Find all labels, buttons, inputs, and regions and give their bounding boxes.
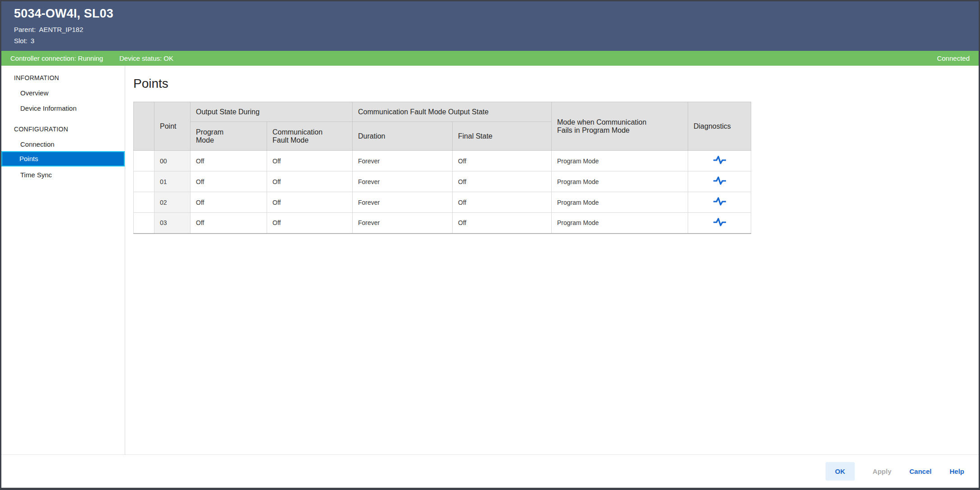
communication-fault-mode-cell[interactable]: Off bbox=[267, 192, 353, 213]
group-header-output-state-during: Output State During bbox=[191, 102, 353, 122]
slot-label: Slot: bbox=[14, 37, 27, 45]
window-title: 5034-OW4I, SL03 bbox=[14, 7, 968, 21]
diagnostics-cell[interactable] bbox=[688, 151, 751, 171]
parent-line: Parent:AENTR_IP182 bbox=[14, 24, 968, 35]
duration-cell[interactable]: Forever bbox=[353, 192, 453, 213]
mode-when-comm-fails-cell[interactable]: Program Mode bbox=[552, 192, 688, 213]
column-header-program-mode: Program Mode bbox=[191, 122, 267, 151]
table-row-point-00: 00 Off Off Forever Off Program Mode bbox=[134, 151, 751, 171]
point-number-cell: 03 bbox=[154, 213, 191, 234]
column-header-point: Point bbox=[154, 102, 191, 151]
mode-when-comm-fails-cell[interactable]: Program Mode bbox=[552, 171, 688, 192]
duration-cell[interactable]: Forever bbox=[353, 213, 453, 234]
sidebar-section-title-configuration: CONFIGURATION bbox=[1, 121, 125, 136]
pulse-waveform-icon[interactable] bbox=[712, 217, 727, 229]
ok-button[interactable]: OK bbox=[826, 462, 855, 481]
point-number-cell: 01 bbox=[154, 171, 191, 192]
sidebar-item-time-sync[interactable]: Time Sync bbox=[1, 166, 125, 182]
program-mode-cell[interactable]: Off bbox=[191, 213, 267, 234]
device-profile-window: 5034-OW4I, SL03 Parent:AENTR_IP182 Slot:… bbox=[0, 0, 980, 490]
slot-value: 3 bbox=[31, 37, 34, 45]
diagnostics-cell[interactable] bbox=[688, 213, 751, 234]
sidebar-item-overview[interactable]: Overview bbox=[1, 85, 125, 100]
cancel-button[interactable]: Cancel bbox=[909, 468, 931, 475]
duration-cell[interactable]: Forever bbox=[353, 151, 453, 171]
main-content: Points Point Output State During Communi… bbox=[125, 66, 979, 454]
table-row-point-01: 01 Off Off Forever Off Program Mode bbox=[134, 171, 751, 192]
sidebar-section-configuration: CONFIGURATION Connection Points Time Syn… bbox=[1, 121, 125, 182]
sidebar-nav: INFORMATION Overview Device Information … bbox=[1, 66, 125, 454]
sidebar-section-information: INFORMATION Overview Device Information bbox=[1, 70, 125, 115]
slot-line: Slot:3 bbox=[14, 35, 968, 46]
row-selector-cell[interactable] bbox=[134, 213, 154, 234]
page-title: Points bbox=[133, 76, 979, 91]
dialog-footer: OK Apply Cancel Help bbox=[1, 454, 979, 488]
sidebar-item-connection[interactable]: Connection bbox=[1, 136, 125, 151]
pulse-waveform-icon[interactable] bbox=[712, 175, 727, 188]
final-state-cell[interactable]: Off bbox=[453, 213, 552, 234]
duration-cell[interactable]: Forever bbox=[353, 171, 453, 192]
points-table: Point Output State During Communication … bbox=[133, 102, 751, 234]
table-row-point-02: 02 Off Off Forever Off Program Mode bbox=[134, 192, 751, 213]
help-button[interactable]: Help bbox=[949, 468, 964, 475]
communication-fault-mode-cell[interactable]: Off bbox=[267, 171, 353, 192]
communication-fault-mode-cell[interactable]: Off bbox=[267, 151, 353, 171]
row-selector-cell[interactable] bbox=[134, 192, 154, 213]
points-table-body: 00 Off Off Forever Off Program Mode 01 O… bbox=[134, 151, 751, 234]
status-bar: Controller connection: Running Device st… bbox=[1, 51, 979, 66]
apply-button[interactable]: Apply bbox=[873, 468, 892, 475]
final-state-cell[interactable]: Off bbox=[453, 171, 552, 192]
sidebar-item-device-information[interactable]: Device Information bbox=[1, 100, 125, 115]
point-number-cell: 00 bbox=[154, 151, 191, 171]
final-state-cell[interactable]: Off bbox=[453, 192, 552, 213]
column-header-final-state: Final State bbox=[453, 122, 552, 151]
table-row-point-03: 03 Off Off Forever Off Program Mode bbox=[134, 213, 751, 234]
pulse-waveform-icon[interactable] bbox=[712, 155, 727, 167]
final-state-cell[interactable]: Off bbox=[453, 151, 552, 171]
sidebar-section-title-information: INFORMATION bbox=[1, 70, 125, 85]
diagnostics-cell[interactable] bbox=[688, 171, 751, 192]
program-mode-cell[interactable]: Off bbox=[191, 192, 267, 213]
controller-connection-status: Controller connection: Running bbox=[10, 54, 103, 62]
column-header-communication-fault-mode: Communication Fault Mode bbox=[267, 122, 353, 151]
program-mode-cell[interactable]: Off bbox=[191, 151, 267, 171]
mode-when-comm-fails-cell[interactable]: Program Mode bbox=[552, 151, 688, 171]
row-selector-cell[interactable] bbox=[134, 151, 154, 171]
communication-fault-mode-cell[interactable]: Off bbox=[267, 213, 353, 234]
parent-label: Parent: bbox=[14, 26, 36, 33]
points-table-header: Point Output State During Communication … bbox=[134, 102, 751, 151]
row-selector-header bbox=[134, 102, 154, 151]
diagnostics-cell[interactable] bbox=[688, 192, 751, 213]
parent-value: AENTR_IP182 bbox=[39, 26, 83, 33]
program-mode-cell[interactable]: Off bbox=[191, 171, 267, 192]
connection-state-badge: Connected bbox=[937, 54, 970, 62]
device-status: Device status: OK bbox=[119, 54, 173, 62]
mode-when-comm-fails-cell[interactable]: Program Mode bbox=[552, 213, 688, 234]
column-header-diagnostics: Diagnostics bbox=[688, 102, 751, 151]
column-header-mode-when-comm-fails: Mode when Communication Fails in Program… bbox=[552, 102, 688, 151]
row-selector-cell[interactable] bbox=[134, 171, 154, 192]
pulse-waveform-icon[interactable] bbox=[712, 196, 727, 208]
sidebar-item-points[interactable]: Points bbox=[1, 151, 125, 166]
body-area: INFORMATION Overview Device Information … bbox=[1, 66, 979, 454]
column-header-duration: Duration bbox=[353, 122, 453, 151]
title-bar: 5034-OW4I, SL03 Parent:AENTR_IP182 Slot:… bbox=[1, 1, 979, 51]
point-number-cell: 02 bbox=[154, 192, 191, 213]
group-header-comm-fault-output-state: Communication Fault Mode Output State bbox=[353, 102, 552, 122]
